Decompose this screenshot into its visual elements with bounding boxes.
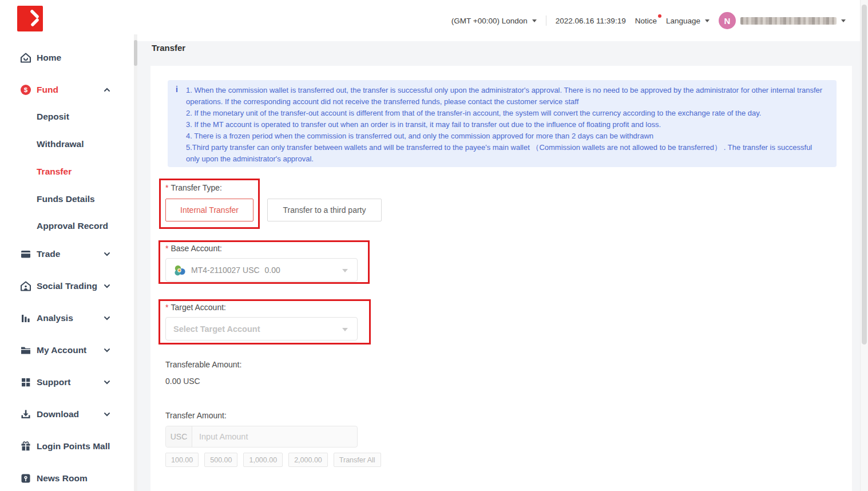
transferable-amount-value: 0.00 USC	[165, 377, 200, 386]
app-root: Home $ Fund Deposit Withdrawal Transfer …	[0, 0, 868, 491]
sidebar-item-news-room[interactable]: News Room	[0, 470, 134, 486]
sidebar-item-label: Download	[37, 409, 79, 419]
location-icon	[20, 473, 31, 484]
chevron-down-icon	[532, 19, 537, 22]
chevron-down-icon	[103, 346, 111, 354]
chevron-down-icon	[342, 328, 348, 331]
sidebar-item-label: Deposit	[37, 112, 69, 122]
target-account-dropdown[interactable]: Select Target Account	[165, 317, 358, 340]
page-scrollbar-track	[860, 0, 868, 491]
sidebar-item-label: Login Points Mall	[37, 441, 110, 452]
notification-dot	[658, 14, 661, 18]
info-note: 2. If the monetary unit of the transfer-…	[186, 108, 827, 119]
chevron-down-icon	[103, 378, 111, 386]
sidebar-item-deposit[interactable]: Deposit	[0, 109, 134, 125]
chevron-down-icon	[705, 19, 710, 22]
sidebar-item-support[interactable]: Support	[0, 374, 134, 390]
notice-link[interactable]: Notice	[635, 17, 657, 25]
currency-prefix: USC	[166, 426, 192, 447]
notice-label: Notice	[635, 17, 657, 25]
info-note: 5.Third party transfer can only transfer…	[186, 142, 827, 165]
quick-amount-button-2000[interactable]: 2,000.00	[288, 453, 328, 467]
page-title: Transfer	[152, 43, 185, 53]
transfer-all-button[interactable]: Transfer All	[334, 453, 381, 467]
mt4-platform-icon	[173, 264, 187, 278]
quick-amount-button-100[interactable]: 100.00	[165, 453, 199, 467]
target-account-placeholder: Select Target Account	[173, 324, 260, 334]
svg-text:$: $	[24, 86, 28, 93]
sidebar-item-label: Home	[37, 53, 61, 63]
chevron-down-icon	[342, 269, 348, 272]
sidebar-item-label: Analysis	[37, 313, 73, 323]
sidebar-item-transfer[interactable]: Transfer	[0, 164, 134, 180]
social-trading-icon	[20, 280, 31, 292]
quick-amount-row: 100.00 500.00 1,000.00 2,000.00 Transfer…	[165, 453, 381, 467]
datetime-text: 2022.06.16 11:39:19	[556, 17, 626, 25]
username-redacted	[740, 17, 837, 25]
avatar: N	[719, 12, 736, 29]
transfer-amount-input-group: USC	[165, 426, 358, 448]
required-asterisk: *	[165, 244, 168, 253]
sidebar-item-label: Trade	[37, 249, 60, 259]
trade-icon	[20, 248, 31, 260]
sidebar-item-trade[interactable]: Trade	[0, 246, 134, 262]
internal-transfer-button[interactable]: Internal Transfer	[165, 199, 253, 221]
sidebar-item-analysis[interactable]: Analysis	[0, 310, 134, 326]
base-account-value: MT4-2110027 USC0.00	[191, 266, 280, 275]
sidebar-item-label: Transfer	[37, 167, 72, 177]
sidebar-item-download[interactable]: Download	[0, 406, 134, 422]
download-icon	[20, 409, 31, 420]
sidebar-item-home[interactable]: Home	[0, 50, 134, 66]
sidebar-item-approval-record[interactable]: Approval Record	[0, 218, 134, 234]
chevron-down-icon	[103, 282, 111, 290]
required-asterisk: *	[165, 183, 168, 192]
sidebar-item-label: Withdrawal	[37, 139, 84, 149]
required-asterisk: *	[165, 303, 168, 312]
dollar-icon: $	[20, 84, 31, 96]
sidebar-item-social-trading[interactable]: Social Trading	[0, 278, 134, 294]
sidebar-scrollbar-thumb[interactable]	[134, 40, 137, 66]
info-note: 4. There is a frozen period when the com…	[186, 130, 827, 142]
analysis-icon	[20, 312, 31, 324]
sidebar-item-label: News Room	[37, 473, 88, 484]
chevron-down-icon	[103, 410, 111, 418]
third-party-transfer-button[interactable]: Transfer to a third party	[267, 199, 382, 221]
sidebar-item-fund[interactable]: $ Fund	[0, 82, 134, 98]
amount-input[interactable]	[192, 426, 357, 447]
timezone-label: (GMT +00:00) London	[451, 17, 528, 25]
topbar: (GMT +00:00) London 2022.06.16 11:39:19 …	[137, 0, 860, 41]
sidebar-item-label: Social Trading	[37, 281, 97, 291]
sidebar-item-label: My Account	[37, 345, 86, 355]
timezone-selector[interactable]: (GMT +00:00) London	[451, 17, 537, 25]
sidebar-item-label: Approval Record	[37, 221, 108, 231]
sidebar-item-funds-details[interactable]: Funds Details	[0, 191, 134, 207]
sidebar-scrollbar-track	[134, 34, 137, 491]
chevron-down-icon	[841, 19, 846, 22]
sidebar-item-label: Fund	[37, 85, 58, 95]
info-box: i 1. When the commission wallet is trans…	[168, 80, 837, 167]
divider	[546, 15, 546, 26]
transfer-type-label: *Transfer Type:	[165, 183, 222, 192]
info-note: 3. If the MT account is operated to tran…	[186, 119, 827, 130]
home-icon	[20, 52, 31, 64]
transferable-amount-label: Transferable Amount:	[165, 360, 241, 369]
sidebar: Home $ Fund Deposit Withdrawal Transfer …	[0, 0, 137, 491]
base-account-dropdown[interactable]: MT4-2110027 USC0.00	[165, 258, 358, 282]
sidebar-item-label: Support	[37, 377, 70, 387]
target-account-label: *Target Account:	[165, 303, 226, 312]
quick-amount-button-1000[interactable]: 1,000.00	[243, 453, 283, 467]
page-scrollbar-thumb[interactable]	[862, 5, 867, 345]
sidebar-item-my-account[interactable]: My Account	[0, 342, 134, 358]
language-selector[interactable]: Language	[666, 17, 710, 25]
quick-amount-button-500[interactable]: 500.00	[204, 453, 237, 467]
brand-logo-icon	[17, 6, 43, 31]
chevron-up-icon	[103, 86, 111, 94]
base-account-label: *Base Account:	[165, 244, 222, 253]
folder-icon	[20, 345, 31, 356]
chevron-down-icon	[103, 250, 111, 258]
sidebar-item-withdrawal[interactable]: Withdrawal	[0, 136, 134, 152]
sidebar-item-login-points-mall[interactable]: Login Points Mall	[0, 438, 134, 454]
user-menu[interactable]: N	[719, 12, 846, 29]
gift-icon	[20, 441, 31, 452]
grid-icon	[20, 377, 31, 388]
